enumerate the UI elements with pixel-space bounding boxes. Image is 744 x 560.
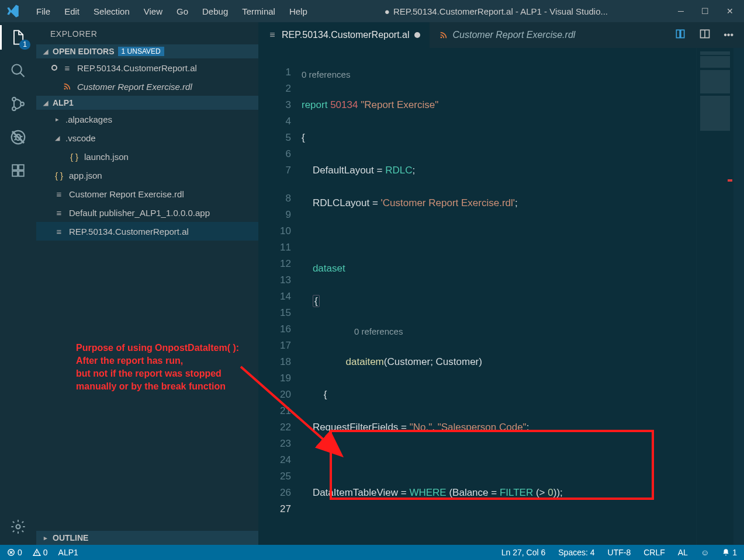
extensions-activity-icon[interactable] bbox=[9, 161, 27, 180]
minimize-button[interactable]: ─ bbox=[678, 6, 684, 16]
menu-selection[interactable]: Selection bbox=[86, 4, 137, 19]
svg-point-9 bbox=[16, 525, 20, 529]
activity-bar: 1 bbox=[0, 22, 36, 545]
status-notifications-icon[interactable]: 1 bbox=[722, 548, 737, 557]
status-indentation[interactable]: Spaces: 4 bbox=[558, 548, 594, 557]
braces-icon: { } bbox=[69, 152, 79, 162]
file-icon: ≡ bbox=[268, 30, 277, 40]
status-feedback-icon[interactable]: ☺ bbox=[701, 548, 709, 557]
vertical-scrollbar[interactable] bbox=[733, 48, 744, 545]
split-editor-icon[interactable] bbox=[699, 28, 711, 42]
open-editor-label: Customer Report Exercise.rdl bbox=[77, 82, 192, 92]
scm-activity-icon[interactable] bbox=[9, 95, 27, 113]
menu-edit[interactable]: Edit bbox=[57, 4, 86, 19]
status-language[interactable]: AL bbox=[678, 548, 688, 557]
tree-label: .alpackages bbox=[65, 114, 112, 124]
tree-file-launch[interactable]: { } launch.json bbox=[36, 147, 258, 166]
tree-file-appjson[interactable]: { } app.json bbox=[36, 166, 258, 185]
code-editor[interactable]: 1234567 89101112131415161718192021222324… bbox=[258, 48, 744, 545]
dirty-dot-icon bbox=[51, 65, 57, 71]
svg-point-1 bbox=[12, 98, 16, 101]
chevron-right-icon: ▸ bbox=[42, 534, 49, 542]
editor-area: ≡ REP.50134.CustomerReport.al Customer R… bbox=[258, 22, 744, 545]
explorer-activity-icon[interactable]: 1 bbox=[9, 28, 27, 47]
tree-label: launch.json bbox=[84, 152, 129, 162]
status-eol[interactable]: CRLF bbox=[643, 548, 665, 557]
tree-label: app.json bbox=[69, 171, 102, 180]
svg-rect-13 bbox=[681, 30, 684, 37]
rss-icon bbox=[439, 31, 448, 39]
workspace-section[interactable]: ◢ ALP1 bbox=[36, 96, 258, 110]
chevron-down-icon: ◢ bbox=[54, 134, 61, 142]
tree-label: Default publisher_ALP1_1.0.0.0.app bbox=[69, 208, 210, 218]
status-encoding[interactable]: UTF-8 bbox=[608, 548, 631, 557]
svg-point-3 bbox=[20, 102, 24, 106]
tree-label: Customer Report Exercise.rdl bbox=[69, 189, 184, 199]
svg-point-10 bbox=[64, 88, 65, 90]
search-activity-icon[interactable] bbox=[9, 61, 27, 80]
status-warnings[interactable]: 0 bbox=[33, 548, 48, 557]
menu-terminal[interactable]: Terminal bbox=[235, 4, 282, 19]
svg-rect-8 bbox=[19, 165, 24, 170]
tree-folder-alpackages[interactable]: ▸ .alpackages bbox=[36, 110, 258, 128]
tree-folder-vscode[interactable]: ◢ .vscode bbox=[36, 128, 258, 147]
debug-activity-icon[interactable] bbox=[9, 128, 27, 147]
unsaved-badge: 1 UNSAVED bbox=[118, 47, 164, 56]
tree-file-app[interactable]: ≡ Default publisher_ALP1_1.0.0.0.app bbox=[36, 203, 258, 222]
maximize-button[interactable]: ☐ bbox=[701, 6, 709, 16]
close-button[interactable]: ✕ bbox=[726, 6, 733, 16]
window-controls: ─ ☐ ✕ bbox=[678, 6, 739, 16]
editor-actions: ••• bbox=[664, 22, 744, 48]
menu-file[interactable]: File bbox=[29, 4, 57, 19]
window-title-text: REP.50134.CustomerReport.al - ALP1 - Vis… bbox=[393, 6, 608, 16]
tree-file-rdl[interactable]: ≡ Customer Report Exercise.rdl bbox=[36, 185, 258, 203]
minimap[interactable] bbox=[696, 48, 733, 545]
dirty-dot-icon bbox=[414, 32, 420, 38]
svg-point-0 bbox=[12, 65, 22, 74]
status-errors[interactable]: 0 bbox=[7, 548, 22, 557]
open-editor-item[interactable]: ≡ REP.50134.CustomerReport.al bbox=[36, 58, 258, 77]
menubar: File Edit Selection View Go Debug Termin… bbox=[29, 4, 314, 19]
titlebar: File Edit Selection View Go Debug Termin… bbox=[0, 0, 744, 22]
chevron-right-icon: ▸ bbox=[54, 116, 61, 123]
outline-label: OUTLINE bbox=[53, 533, 88, 542]
tree-label: REP.50134.CustomerReport.al bbox=[69, 227, 189, 236]
status-bar: 0 0 ALP1 Ln 27, Col 6 Spaces: 4 UTF-8 CR… bbox=[0, 545, 744, 560]
open-editors-section[interactable]: ◢ OPEN EDITORS 1 UNSAVED bbox=[36, 44, 258, 58]
editor-tabs: ≡ REP.50134.CustomerReport.al Customer R… bbox=[258, 22, 744, 48]
menu-debug[interactable]: Debug bbox=[195, 4, 235, 19]
file-tree: ▸ .alpackages ◢ .vscode { } launch.json … bbox=[36, 110, 258, 241]
file-icon: ≡ bbox=[54, 208, 64, 218]
svg-point-11 bbox=[440, 37, 442, 39]
menu-view[interactable]: View bbox=[137, 4, 169, 19]
open-editor-item[interactable]: Customer Report Exercise.rdl bbox=[36, 77, 258, 96]
compare-changes-icon[interactable] bbox=[674, 28, 686, 42]
tree-label: .vscode bbox=[65, 133, 96, 143]
tree-file-report-al[interactable]: ≡ REP.50134.CustomerReport.al bbox=[36, 222, 258, 241]
svg-rect-12 bbox=[677, 30, 680, 37]
explorer-title: EXPLORER bbox=[36, 22, 258, 44]
more-actions-icon[interactable]: ••• bbox=[724, 30, 733, 40]
menu-go[interactable]: Go bbox=[169, 4, 195, 19]
file-icon: ≡ bbox=[54, 189, 64, 199]
menu-help[interactable]: Help bbox=[282, 4, 314, 19]
open-editor-label: REP.50134.CustomerReport.al bbox=[77, 63, 197, 73]
outline-section[interactable]: ▸ OUTLINE bbox=[36, 531, 258, 545]
settings-gear-icon[interactable] bbox=[9, 517, 27, 536]
tab-label: REP.50134.CustomerReport.al bbox=[282, 30, 410, 40]
codelens-references[interactable]: 0 references bbox=[302, 69, 696, 81]
code-content[interactable]: 0 references report 50134 "Report Exerci… bbox=[299, 48, 696, 545]
dirty-indicator-icon: ● bbox=[385, 6, 390, 16]
tab-customerreport[interactable]: ≡ REP.50134.CustomerReport.al bbox=[258, 22, 430, 48]
status-workspace[interactable]: ALP1 bbox=[58, 548, 78, 557]
status-cursor-position[interactable]: Ln 27, Col 6 bbox=[501, 548, 546, 557]
line-gutter: 1234567 89101112131415161718192021222324… bbox=[258, 48, 299, 545]
window-title: ● REP.50134.CustomerReport.al - ALP1 - V… bbox=[314, 6, 678, 16]
file-icon: ≡ bbox=[62, 63, 72, 73]
tab-rdl[interactable]: Customer Report Exercise.rdl bbox=[430, 22, 585, 48]
open-editors-label: OPEN EDITORS bbox=[53, 47, 115, 56]
braces-icon: { } bbox=[54, 171, 64, 180]
codelens-references[interactable]: 0 references bbox=[302, 326, 696, 338]
svg-rect-5 bbox=[12, 165, 18, 170]
chevron-down-icon: ◢ bbox=[42, 99, 49, 107]
